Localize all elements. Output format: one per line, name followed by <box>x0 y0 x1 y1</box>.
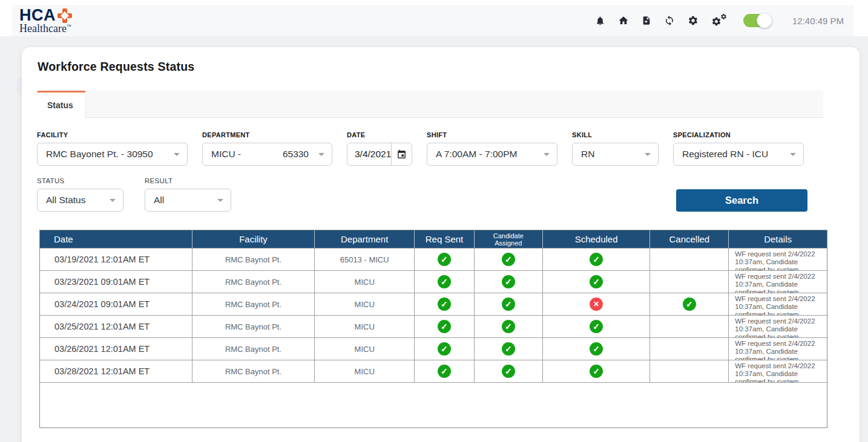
cell-scheduled: ✓ <box>543 271 651 293</box>
file-icon[interactable] <box>642 15 651 26</box>
department-value-2: 65330 <box>283 149 318 160</box>
check-icon: ✓ <box>502 297 515 311</box>
column-header: Cancelled <box>650 230 729 248</box>
refresh-icon[interactable] <box>664 15 675 26</box>
cell-facility: RMC Baynot Pt. <box>192 360 315 382</box>
facility-filter: FACILITYRMC Bayonet Pt. - 30950 <box>37 131 188 166</box>
filters-row-1: FACILITYRMC Bayonet Pt. - 30950DEPARTMEN… <box>37 131 860 166</box>
date-filter: DATE3/4/2021 <box>347 131 412 166</box>
table-row[interactable]: 03/19/2021 12:01AM ET RMC Baynot Pt. 650… <box>40 248 827 270</box>
cell-cancelled: ✓ <box>650 293 729 315</box>
date-label: DATE <box>347 131 412 138</box>
cell-department: 65013 - MICU <box>315 249 415 270</box>
date-input[interactable]: 3/4/2021 <box>347 143 412 166</box>
shift-select[interactable]: A 7:00AM - 7:00PM <box>427 143 557 166</box>
facility-label: FACILITY <box>37 131 188 138</box>
status-select[interactable]: All Status <box>37 189 123 212</box>
page-title: Workforce Requests Status <box>38 60 860 74</box>
status-value: All Status <box>46 195 85 206</box>
shift-filter: SHIFTA 7:00AM - 7:00PM <box>427 131 557 166</box>
column-header: Details <box>729 230 827 248</box>
tab-status[interactable]: Status <box>37 91 86 118</box>
cell-scheduled: ✓ <box>543 249 651 270</box>
table-row[interactable]: 03/28/2021 12:01AM ET RMC Baynot Pt. MIC… <box>40 360 827 382</box>
cell-req-sent: ✓ <box>415 338 475 360</box>
table-row[interactable]: 03/23/2021 09:01AM ET RMC Baynot Pt. MIC… <box>40 270 827 293</box>
cell-facility: RMC Baynot Pt. <box>192 293 315 315</box>
cell-facility: RMC Baynot Pt. <box>192 316 315 337</box>
chevron-down-icon <box>110 199 116 202</box>
specialization-value: Registered RN - ICU <box>682 149 768 160</box>
cell-candidate-assigned: ✓ <box>475 249 543 270</box>
gear-icon[interactable] <box>688 15 699 26</box>
bell-icon[interactable] <box>595 16 605 26</box>
result-filter: RESULTAll <box>145 177 231 212</box>
skill-filter: SKILLRN <box>572 131 659 166</box>
cell-scheduled: ✓ <box>543 360 651 382</box>
chevron-down-icon <box>544 153 550 156</box>
cell-details: WF request sent 2/4/2022 10:37am, Candid… <box>729 271 827 293</box>
hca-logo-text: HCA <box>19 7 56 24</box>
cell-details: WF request sent 2/4/2022 10:37am, Candid… <box>729 249 827 270</box>
skill-select[interactable]: RN <box>572 143 659 166</box>
column-header: Candidate Assigned <box>475 230 543 248</box>
cell-details: WF request sent 2/4/2022 10:37am, Candid… <box>729 360 827 382</box>
check-icon: ✓ <box>502 320 515 333</box>
cell-details: WF request sent 2/4/2022 10:37am, Candid… <box>729 338 827 360</box>
cell-department: MICU <box>315 271 415 293</box>
chevron-down-icon <box>645 153 651 156</box>
cell-cancelled <box>650 271 729 293</box>
x-icon: ✕ <box>590 297 603 311</box>
result-value: All <box>154 195 164 206</box>
power-toggle[interactable] <box>743 14 771 27</box>
gears-icon[interactable] <box>711 15 727 27</box>
chevron-down-icon <box>318 153 324 156</box>
status-label: STATUS <box>37 177 123 184</box>
result-select[interactable]: All <box>145 189 231 212</box>
check-icon: ✓ <box>502 275 515 288</box>
cell-cancelled <box>650 360 729 382</box>
check-icon: ✓ <box>590 342 603 356</box>
cell-candidate-assigned: ✓ <box>475 360 543 382</box>
check-icon: ✓ <box>683 297 696 311</box>
cell-candidate-assigned: ✓ <box>475 338 543 360</box>
cell-req-sent: ✓ <box>415 316 475 337</box>
specialization-select[interactable]: Registered RN - ICU <box>673 143 804 166</box>
cell-date: 03/26/2021 12:01AM ET <box>40 338 192 360</box>
check-icon: ✓ <box>502 365 515 378</box>
column-header: Facility <box>192 230 315 248</box>
department-select[interactable]: MICU -65330 <box>202 143 332 166</box>
filters-row-2: STATUSAll StatusRESULTAllSearch <box>37 177 807 212</box>
calendar-icon[interactable] <box>391 143 412 165</box>
table-row[interactable]: 03/24/2021 09:01AM ET RMC Baynot Pt. MIC… <box>40 293 827 315</box>
column-header: Req Sent <box>415 230 475 248</box>
cell-candidate-assigned: ✓ <box>475 293 543 315</box>
specialization-filter: SPECIALIZATIONRegistered RN - ICU <box>673 131 804 166</box>
check-icon: ✓ <box>590 253 603 266</box>
cell-cancelled <box>650 338 729 360</box>
home-icon[interactable] <box>618 15 629 26</box>
chevron-down-icon <box>217 199 223 202</box>
cell-date: 03/24/2021 09:01AM ET <box>40 293 192 315</box>
cell-details: WF request sent 2/4/2022 10:37am, Candid… <box>729 293 827 315</box>
check-icon: ✓ <box>502 253 515 266</box>
topbar-actions: 12:40:49 PM <box>595 14 844 27</box>
table-header-row: DateFacilityDepartmentReq SentCandidate … <box>40 230 827 248</box>
search-button[interactable]: Search <box>676 189 807 212</box>
check-icon: ✓ <box>438 253 451 266</box>
date-value[interactable]: 3/4/2021 <box>347 149 391 160</box>
workforce-requests-card: Workforce Requests Status Status FACILIT… <box>22 47 860 442</box>
table-row[interactable]: 03/26/2021 12:01AM ET RMC Baynot Pt. MIC… <box>40 337 827 360</box>
facility-select[interactable]: RMC Bayonet Pt. - 30950 <box>37 143 188 166</box>
check-icon: ✓ <box>590 320 603 333</box>
check-icon: ✓ <box>590 365 603 378</box>
tab-status-label: Status <box>47 100 73 110</box>
skill-label: SKILL <box>572 131 659 138</box>
cell-details: WF request sent 2/4/2022 10:37am, Candid… <box>729 316 827 337</box>
chevron-down-icon <box>790 153 796 156</box>
tab-bar: Status <box>37 91 823 118</box>
table-row[interactable]: 03/25/2021 12:01AM ET RMC Baynot Pt. MIC… <box>40 315 827 337</box>
clock: 12:40:49 PM <box>792 16 844 26</box>
cell-req-sent: ✓ <box>415 293 475 315</box>
cell-scheduled: ✓ <box>543 338 651 360</box>
